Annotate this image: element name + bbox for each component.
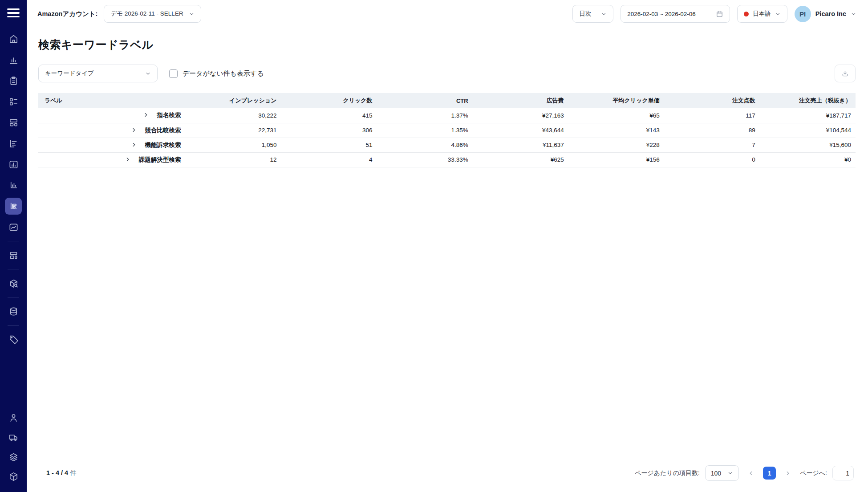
cell-ctr: 1.35% xyxy=(377,123,473,138)
current-page-button[interactable]: 1 xyxy=(763,467,776,480)
tag-icon[interactable] xyxy=(5,331,22,348)
home-icon[interactable] xyxy=(5,30,22,47)
chart-report-alt-icon[interactable] xyxy=(5,177,22,194)
chevron-down-icon xyxy=(189,11,195,17)
cell-clicks: 415 xyxy=(281,108,377,123)
cell-ad-cost: ¥625 xyxy=(473,152,568,167)
chevron-down-icon xyxy=(727,470,733,476)
hamburger-menu-icon[interactable] xyxy=(5,5,22,20)
per-page-label: ページあたりの項目数: xyxy=(635,469,700,477)
package-search-icon[interactable] xyxy=(5,275,22,292)
truck-icon[interactable] xyxy=(5,429,22,446)
col-header-clicks[interactable]: クリック数 xyxy=(281,93,377,108)
layout-dashboard-icon[interactable] xyxy=(5,114,22,131)
database-icon[interactable] xyxy=(5,303,22,320)
language-select-value: 日本語 xyxy=(753,10,771,18)
show-empty-checkbox[interactable] xyxy=(169,69,178,78)
table-spacer xyxy=(38,167,856,461)
expand-chevron-icon[interactable] xyxy=(143,112,149,118)
prev-page-button[interactable] xyxy=(744,467,758,480)
table-row[interactable]: 指名検索 30,222 415 1.37% ¥27,163 ¥65 117 ¥1… xyxy=(38,108,856,123)
per-page-value: 100 xyxy=(711,470,721,477)
cell-ctr: 4.86% xyxy=(377,138,473,152)
layout-list-icon[interactable] xyxy=(5,93,22,110)
cell-clicks: 4 xyxy=(281,152,377,167)
download-button[interactable] xyxy=(835,65,856,82)
layout-grid-icon[interactable] xyxy=(5,247,22,264)
cell-clicks: 51 xyxy=(281,138,377,152)
col-header-ad-cost[interactable]: 広告費 xyxy=(473,93,568,108)
chart-horizontal-bars-icon[interactable] xyxy=(5,135,22,152)
table-row[interactable]: 機能訴求検索 1,050 51 4.86% ¥11,637 ¥228 7 ¥15… xyxy=(38,138,856,152)
keyword-type-select-value: キーワードタイプ xyxy=(45,69,94,77)
row-label: 機能訴求検索 xyxy=(145,142,181,148)
package-icon[interactable] xyxy=(5,468,22,485)
keyword-type-select[interactable]: キーワードタイプ xyxy=(38,65,158,82)
cell-ad-cost: ¥43,644 xyxy=(473,123,568,138)
period-select[interactable]: 日次 xyxy=(572,5,613,23)
clipboard-icon[interactable] xyxy=(5,72,22,89)
nav-divider xyxy=(8,297,19,297)
account-label: Amazonアカウント: xyxy=(37,10,97,18)
col-header-orders[interactable]: 注文点数 xyxy=(664,93,760,108)
account-select[interactable]: デモ 2026-02-11 - SELLER xyxy=(104,5,201,23)
cell-avg-cpc: ¥156 xyxy=(568,152,664,167)
chevron-down-icon xyxy=(145,71,151,77)
avatar: PI xyxy=(795,6,811,22)
col-header-impressions[interactable]: インプレッション xyxy=(185,93,281,108)
cell-ad-cost: ¥27,163 xyxy=(473,108,568,123)
expand-chevron-icon[interactable] xyxy=(131,142,137,148)
result-range: 1 - 4 / 4件 xyxy=(46,469,77,477)
app-window: Amazonアカウント: デモ 2026-02-11 - SELLER 日次 2… xyxy=(0,0,868,492)
line-chart-icon[interactable] xyxy=(5,219,22,236)
sidebar-nav-bottom xyxy=(5,409,22,492)
show-empty-checkbox-wrap[interactable]: データがない件も表示する xyxy=(169,69,264,78)
language-select[interactable]: 日本語 xyxy=(737,5,787,23)
result-range-unit: 件 xyxy=(70,469,77,476)
col-header-sales[interactable]: 注文売上（税抜き） xyxy=(760,93,856,108)
cell-sales: ¥0 xyxy=(760,152,856,167)
date-range-value: 2026-02-03 ~ 2026-02-06 xyxy=(627,11,696,17)
goto-page-input[interactable] xyxy=(832,466,854,480)
expand-chevron-icon[interactable] xyxy=(131,127,137,133)
nav-divider xyxy=(8,325,19,325)
cell-sales: ¥104,544 xyxy=(760,123,856,138)
nav-divider xyxy=(8,269,19,269)
chevron-down-icon xyxy=(775,11,781,17)
chart-report-icon[interactable] xyxy=(5,156,22,173)
date-range-picker[interactable]: 2026-02-03 ~ 2026-02-06 xyxy=(621,5,730,23)
row-label: 課題解決型検索 xyxy=(139,156,181,163)
user-icon[interactable] xyxy=(5,409,22,426)
chevron-left-icon xyxy=(748,470,754,476)
layers-icon[interactable] xyxy=(5,448,22,465)
user-menu[interactable]: PI Picaro Inc xyxy=(795,6,856,22)
main-area: Amazonアカウント: デモ 2026-02-11 - SELLER 日次 2… xyxy=(27,0,868,492)
cell-clicks: 306 xyxy=(281,123,377,138)
col-header-avg-cpc[interactable]: 平均クリック単価 xyxy=(568,93,664,108)
account-select-value: デモ 2026-02-11 - SELLER xyxy=(110,10,183,18)
next-page-button[interactable] xyxy=(781,467,795,480)
table-header-row: ラベル インプレッション クリック数 CTR 広告費 平均クリック単価 注文点数… xyxy=(38,93,856,108)
filter-row: キーワードタイプ データがない件も表示する xyxy=(38,65,856,82)
pagination-footer: 1 - 4 / 4件 ページあたりの項目数: 100 1 ページへ: xyxy=(38,461,856,485)
japan-flag-icon xyxy=(744,12,749,16)
cell-impressions: 12 xyxy=(185,152,281,167)
cell-impressions: 30,222 xyxy=(185,108,281,123)
bar-chart-icon[interactable] xyxy=(5,51,22,68)
table-row[interactable]: 課題解決型検索 12 4 33.33% ¥625 ¥156 0 ¥0 xyxy=(38,152,856,167)
keyword-label-table: ラベル インプレッション クリック数 CTR 広告費 平均クリック単価 注文点数… xyxy=(38,93,856,167)
goto-page-label: ページへ: xyxy=(800,469,827,477)
show-empty-checkbox-label: データがない件も表示する xyxy=(183,69,264,78)
col-header-ctr[interactable]: CTR xyxy=(377,93,473,108)
per-page-select[interactable]: 100 xyxy=(705,465,739,481)
sidebar xyxy=(0,0,27,492)
table-row[interactable]: 競合比較検索 22,731 306 1.35% ¥43,644 ¥143 89 … xyxy=(38,123,856,138)
cell-orders: 7 xyxy=(664,138,760,152)
col-header-label[interactable]: ラベル xyxy=(38,93,185,108)
page-title: 検索キーワードラベル xyxy=(38,37,856,52)
row-label: 競合比較検索 xyxy=(145,127,181,134)
expand-chevron-icon[interactable] xyxy=(125,156,131,163)
calendar-icon xyxy=(716,10,723,18)
keyword-label-chart-icon[interactable] xyxy=(5,198,22,215)
chevron-down-icon xyxy=(601,11,607,17)
